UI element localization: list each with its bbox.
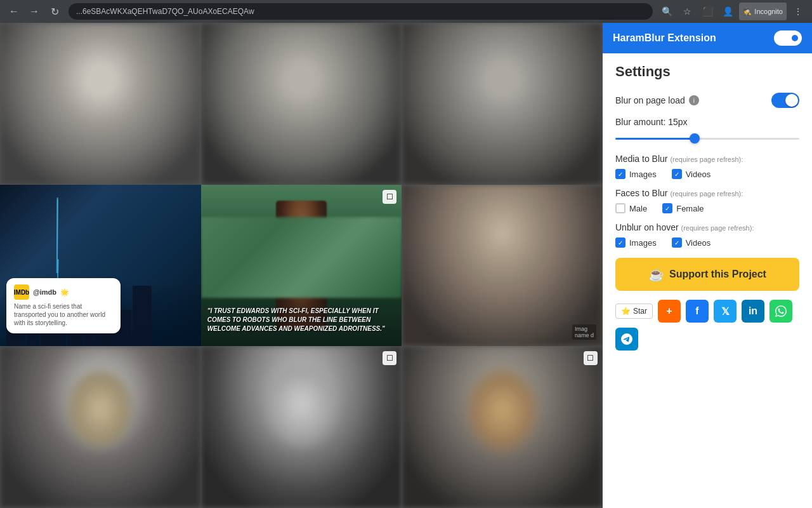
female-checkbox-item[interactable]: Female: [662, 203, 704, 213]
image-overlay-text-1: Imagname d: [572, 324, 596, 340]
github-icon: ⭐: [621, 307, 631, 316]
image-grid: IMDb @imdb 🌟 Name a sci-fi series that t…: [0, 23, 603, 508]
blur-on-load-toggle[interactable]: [771, 93, 799, 108]
slider-fill: [615, 138, 698, 140]
incognito-label: Incognito: [754, 8, 783, 15]
quote-overlay: "I TRUST EDWARDS WITH SCI-FI, ESPECIALLY…: [207, 307, 396, 333]
tweet-avatar: IMDb: [14, 284, 29, 300]
incognito-icon: 🕵: [743, 8, 752, 16]
images-checkbox[interactable]: [615, 169, 625, 179]
female-checkbox[interactable]: [662, 203, 672, 213]
unblur-videos-checkbox[interactable]: [672, 237, 682, 248]
media-to-blur-checkboxes: Images Videos: [615, 169, 799, 179]
unblur-hover-group: Unblur on hover (requires page refresh):…: [615, 222, 799, 248]
blurred-image-2: [201, 23, 402, 185]
face-blur-r3c1: [69, 371, 132, 447]
female-label: Female: [676, 204, 704, 213]
male-checkbox[interactable]: [615, 203, 625, 213]
refresh-button[interactable]: ↻: [46, 3, 63, 20]
media-to-blur-label: Media to Blur (requires page refresh):: [615, 154, 799, 164]
blurred-image-3: [402, 23, 603, 185]
unblur-hover-label: Unblur on hover (requires page refresh):: [615, 222, 799, 232]
face-blur-r3c3: [469, 371, 535, 450]
bookmark-icon[interactable]: ☆: [678, 3, 696, 20]
main-area: IMDb @imdb 🌟 Name a sci-fi series that t…: [0, 23, 812, 508]
blur-on-load-row: Blur on page load i: [615, 93, 799, 108]
unblur-videos-checkbox-item[interactable]: Videos: [672, 237, 711, 248]
linkedin-button[interactable]: in: [742, 300, 764, 323]
facebook-button[interactable]: f: [686, 300, 709, 323]
coffee-icon: ☕: [648, 267, 664, 282]
grid-cell-r3c1: [0, 346, 201, 508]
grid-cell-r3c3: ☐: [402, 346, 603, 508]
info-icon[interactable]: i: [689, 95, 699, 105]
slider-track: [615, 138, 799, 140]
grid-cell-r1c1: [0, 23, 201, 185]
github-star-button[interactable]: ⭐ Star: [615, 304, 653, 319]
videos-checkbox-item[interactable]: Videos: [672, 169, 711, 179]
grid-cell-r2c3: Imagname d: [402, 185, 603, 347]
unblur-videos-label: Videos: [686, 238, 711, 248]
forward-button[interactable]: →: [25, 3, 43, 20]
faces-to-blur-checkboxes: Male Female: [615, 203, 799, 213]
support-button[interactable]: ☕ Support this Project: [615, 258, 799, 291]
ext-header: HaramBlur Extension: [603, 23, 812, 53]
back-button[interactable]: ←: [5, 3, 23, 20]
whatsapp-icon: [775, 305, 787, 317]
search-icon[interactable]: 🔍: [658, 3, 676, 20]
browser-chrome: ← → ↻ ...6eSBAcWKXaQEHTwaD7QO_AUoAXoECAE…: [0, 0, 812, 23]
unblur-images-checkbox[interactable]: [615, 237, 625, 248]
images-checkbox-item[interactable]: Images: [615, 169, 657, 179]
videos-label: Videos: [686, 170, 711, 179]
person-image-r2c3: [402, 185, 603, 347]
unblur-toggle-r3c3[interactable]: ☐: [584, 351, 598, 365]
url-text: ...6eSBAcWKXaQEHTwaD7QO_AUoAXoECAEQAw: [76, 7, 254, 16]
media-to-blur-group: Media to Blur (requires page refresh): I…: [615, 154, 799, 179]
tweet-username: @imdb: [33, 288, 56, 296]
menu-icon[interactable]: ⋮: [789, 3, 807, 20]
ext-body: Settings Blur on page load i Blur amount…: [603, 53, 812, 508]
blur-amount-label: Blur amount: 15px: [615, 117, 799, 127]
mountain-bg: [201, 217, 402, 298]
unblur-images-checkbox-item[interactable]: Images: [615, 237, 657, 248]
extension-panel: HaramBlur Extension Settings Blur on pag…: [603, 23, 812, 508]
faces-to-blur-group: Faces to Blur (requires page refresh): M…: [615, 188, 799, 213]
unblur-toggle-icon[interactable]: ☐: [383, 190, 396, 204]
faces-to-blur-sub: (requires page refresh):: [670, 190, 743, 197]
grid-cell-r3c2: ☐: [201, 346, 402, 508]
male-checkbox-item[interactable]: Male: [615, 203, 647, 213]
blur-slider[interactable]: [690, 133, 700, 144]
addthis-button[interactable]: +: [658, 300, 681, 323]
unblur-images-label: Images: [629, 238, 657, 248]
face-blur-r3c2: [266, 363, 336, 445]
incognito-badge: 🕵 Incognito: [739, 3, 787, 20]
unblur-hover-checkboxes: Images Videos: [615, 237, 799, 248]
twitter-button[interactable]: 𝕏: [714, 300, 737, 323]
faces-to-blur-label: Faces to Blur (requires page refresh):: [615, 188, 799, 198]
whatsapp-button[interactable]: [769, 300, 792, 323]
grid-cell-r1c2: [201, 23, 402, 185]
profile-icon[interactable]: 👤: [719, 3, 737, 20]
tweet-emoji: 🌟: [60, 288, 69, 297]
unblur-hover-sub: (requires page refresh):: [681, 224, 754, 232]
github-star-label: Star: [633, 307, 647, 316]
blurred-image-1: [0, 23, 201, 185]
blur-on-load-label: Blur on page load i: [615, 95, 699, 105]
telegram-icon: [621, 333, 632, 345]
ext-title: HaramBlur Extension: [613, 32, 716, 44]
male-label: Male: [629, 204, 647, 213]
browser-actions: 🔍 ☆ ⬛ 👤 🕵 Incognito ⋮: [658, 3, 807, 20]
extension-icon[interactable]: ⬛: [698, 3, 716, 20]
tweet-overlay: IMDb @imdb 🌟 Name a sci-fi series that t…: [6, 278, 121, 333]
telegram-button[interactable]: [615, 328, 638, 351]
unblur-toggle-r3c2[interactable]: ☐: [383, 351, 396, 365]
tweet-header: IMDb @imdb 🌟: [14, 284, 113, 300]
support-btn-label: Support this Project: [669, 269, 766, 280]
grid-cell-r1c3: [402, 23, 603, 185]
images-label: Images: [629, 170, 657, 179]
media-to-blur-sub: (requires page refresh):: [670, 156, 743, 163]
ext-master-toggle[interactable]: [774, 30, 802, 46]
videos-checkbox[interactable]: [672, 169, 682, 179]
address-bar[interactable]: ...6eSBAcWKXaQEHTwaD7QO_AUoAXoECAEQAw: [69, 3, 653, 20]
tweet-text: Name a sci-fi series that transported yo…: [14, 302, 113, 327]
